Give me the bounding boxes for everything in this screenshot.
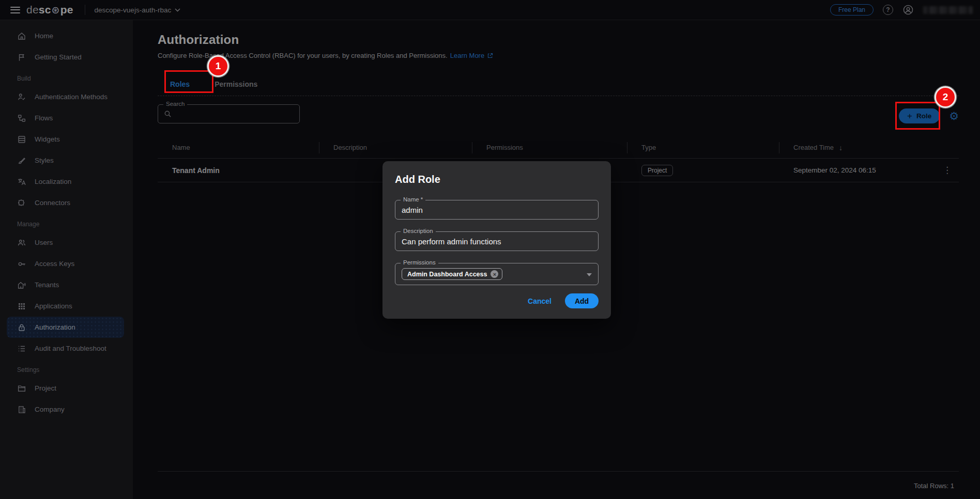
annotation-marker-2: 2	[935, 86, 956, 108]
add-button[interactable]: Add	[565, 293, 599, 308]
name-field-value: admin	[402, 206, 423, 214]
descope-console: desc⊛pe descope-vuejs-auth-rbac Free Pla…	[0, 0, 980, 499]
description-field-value: Can perform admin functions	[402, 237, 501, 246]
description-field[interactable]: Description Can perform admin functions	[395, 231, 599, 251]
add-role-dialog: Add Role Name * admin Description Can pe…	[382, 161, 611, 319]
dropdown-arrow-icon[interactable]	[587, 273, 592, 276]
permissions-field-label: Permissions	[401, 259, 438, 266]
annotation-box-add-role-button	[895, 102, 940, 130]
name-field-label: Name *	[401, 196, 425, 202]
chip-delete-icon[interactable]: ×	[491, 270, 498, 278]
cancel-button[interactable]: Cancel	[528, 297, 552, 305]
description-field-label: Description	[401, 228, 436, 234]
name-field[interactable]: Name * admin	[395, 200, 599, 220]
annotation-marker-1: 1	[207, 55, 229, 77]
dialog-title: Add Role	[395, 174, 599, 185]
dialog-actions: Cancel Add	[528, 293, 599, 308]
annotation-box-roles-tab	[164, 70, 213, 93]
permission-chip: Admin Dashboard Access ×	[402, 268, 502, 280]
permissions-select[interactable]: Permissions Admin Dashboard Access ×	[395, 263, 599, 285]
